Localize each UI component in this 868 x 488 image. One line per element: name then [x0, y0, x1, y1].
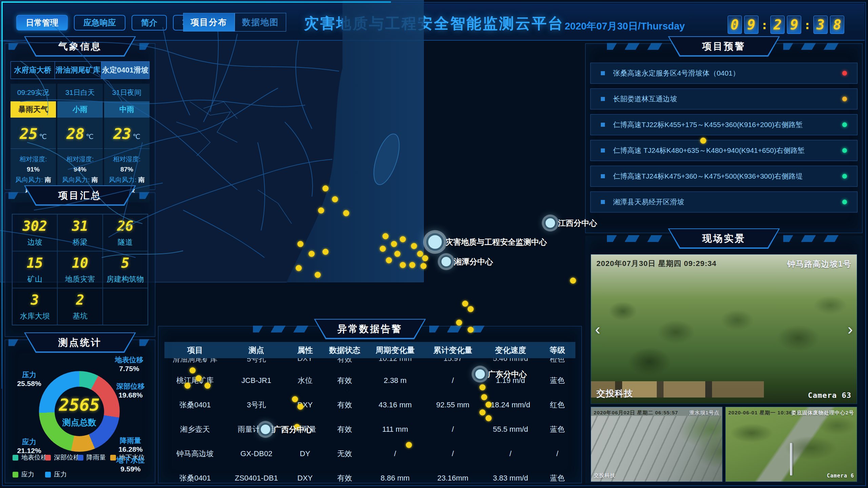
- thumb-camera-1[interactable]: 2020年06月02日 星期二 06:55:57 泄水坝1号点 交投科技: [591, 407, 723, 482]
- alarm-table[interactable]: 项目 测点 属性 数据状态 周期变化量 累计变化量 变化速度 等级 滑油洞尾矿库…: [164, 342, 575, 488]
- header-decoration: [783, 235, 841, 242]
- project-dot[interactable]: [422, 255, 424, 261]
- alarm-row[interactable]: 钟马高边坡GX-DB02DY无效////: [164, 442, 575, 466]
- warning-item[interactable]: 仁博高速TJ24标K475+360～K475+500(K936+300)右侧路堤: [590, 166, 857, 187]
- camera-name: 泄水坝1号点: [689, 410, 719, 416]
- project-dot[interactable]: [322, 249, 329, 255]
- project-dot[interactable]: [343, 210, 349, 216]
- segment-label-surface: 地表位移7.75%: [105, 355, 153, 373]
- header-decoration: [429, 326, 487, 332]
- status-dot-red: [842, 71, 847, 76]
- map-panel[interactable]: 项目分布 数据地图 江西分中心 灾害地质与工程安全监测中心 湘潭分中心 广东分中…: [0, 0, 424, 282]
- project-dot[interactable]: [400, 262, 406, 268]
- status-dot-green: [842, 200, 847, 204]
- project-dot[interactable]: [411, 243, 417, 249]
- alarm-row-partial[interactable]: 滑油洞尾矿库5号孔DXY有效10.12 mm15.975.46 mm/d橙色: [164, 358, 575, 368]
- header-decoration: [253, 326, 311, 332]
- status-dot-yellow: [842, 97, 847, 101]
- prev-camera-button[interactable]: ‹: [595, 321, 600, 337]
- warning-panel: 项目预警 张桑高速永定服务区4号滑坡体（0401） 长韶娄道林互通边坡 仁博高速…: [585, 43, 863, 233]
- col-rate: 变化速度: [482, 345, 539, 355]
- live-view-panel: 现场实景 2020年07月30日 星期四 09:29:34 钟马路高边坡1号 交…: [585, 236, 863, 483]
- project-dot[interactable]: [394, 251, 400, 257]
- alarm-panel: 异常数据告警 项目 测点 属性 数据状态 周期变化量 累计变化量 变化速度 等级…: [158, 326, 582, 483]
- alarm-row[interactable]: 张桑0401ZS0401-DB1DXY有效8.86 mm23.16mm3.83 …: [164, 466, 575, 488]
- camera-name: 娄底固体废物处理中心2号: [791, 410, 854, 416]
- project-dot[interactable]: [322, 185, 329, 191]
- camera-id: Camera 63: [808, 391, 851, 400]
- bullet-icon: [601, 200, 605, 204]
- map-tab-data-map[interactable]: 数据地图: [235, 13, 286, 32]
- legend-label: 深部位移: [54, 453, 80, 462]
- camera-name: 钟马路高边坡1号: [787, 259, 851, 269]
- segment-label-deep: 深部位移19.68%: [107, 382, 154, 400]
- camera-brand: 交投科技: [596, 388, 633, 400]
- col-attribute: 属性: [287, 345, 323, 355]
- alarm-row[interactable]: 张桑04013号孔DXY有效43.16 mm92.55 mm18.24 mm/d…: [164, 393, 575, 417]
- bullet-icon: [601, 71, 605, 75]
- alarm-row[interactable]: 湘乡壶天雨量计一号降雨量有效111 mm/55.5 mm/d蓝色: [164, 417, 575, 442]
- legend-item[interactable]: 应力: [13, 470, 45, 479]
- alarm-table-header: 项目 测点 属性 数据状态 周期变化量 累计变化量 变化速度 等级: [164, 342, 575, 358]
- warning-text: 仁博高速TJ22标K455+175～K455+360(K916+200)右侧路堑: [613, 120, 803, 129]
- project-dot[interactable]: [380, 246, 386, 252]
- legend-item[interactable]: 深部位移: [45, 453, 78, 462]
- main-camera-view[interactable]: 2020年07月30日 星期四 09:29:34 钟马路高边坡1号 交投科技 C…: [591, 254, 857, 404]
- legend-item[interactable]: 压力: [45, 470, 78, 479]
- camera-thumbnails: 2020年06月02日 星期二 06:55:57 泄水坝1号点 交投科技 202…: [591, 407, 857, 482]
- warning-panel-header: 项目预警: [586, 37, 862, 56]
- col-project: 项目: [164, 345, 226, 355]
- project-dot[interactable]: [309, 251, 315, 257]
- col-cumulative-change: 累计变化量: [424, 345, 481, 355]
- legend-swatch: [45, 455, 51, 461]
- warning-item[interactable]: 张桑高速永定服务区4号滑坡体（0401）: [590, 63, 857, 84]
- project-dot[interactable]: [400, 236, 406, 242]
- project-dot[interactable]: [296, 265, 302, 271]
- warning-text: 长韶娄道林互通边坡: [613, 94, 677, 104]
- project-dot[interactable]: [391, 241, 397, 247]
- warning-panel-title: 项目预警: [669, 37, 779, 56]
- project-dot[interactable]: [382, 233, 389, 239]
- warning-item[interactable]: 长韶娄道林互通边坡: [590, 88, 857, 109]
- col-point: 测点: [226, 345, 287, 355]
- bullet-icon: [601, 174, 605, 178]
- project-dot[interactable]: [386, 257, 392, 263]
- camera-brand: 交投科技: [594, 472, 615, 479]
- legend-swatch: [13, 455, 18, 461]
- camera-osd-datetime: 2020年07月30日 星期四 09:29:34: [596, 259, 716, 269]
- header-decoration: [783, 43, 841, 50]
- map-tabs: 项目分布 数据地图: [183, 13, 286, 32]
- warning-item[interactable]: 湘潭县天易经开区滑坡: [590, 191, 857, 212]
- project-dot[interactable]: [409, 262, 415, 268]
- warning-text: 仁博高速TJ24标K475+360～K475+500(K936+300)右侧路堤: [613, 171, 803, 181]
- segment-label-groundwater: 地下水位9.59%: [105, 456, 156, 474]
- col-status: 数据状态: [323, 345, 367, 355]
- bullet-icon: [601, 97, 605, 101]
- warning-text: 仁博高速 TJ24标K480+635～K480+940(K941+650)右侧路…: [613, 146, 805, 155]
- next-camera-button[interactable]: ›: [848, 321, 853, 337]
- project-dot[interactable]: [332, 196, 338, 202]
- warning-item[interactable]: 仁博高速 TJ24标K480+635～K480+940(K941+650)右侧路…: [590, 140, 857, 161]
- map-dots-layer: [0, 0, 424, 282]
- alarm-panel-header: 异常数据告警: [158, 320, 581, 339]
- points-total: 2565: [59, 395, 100, 415]
- header-decoration: [607, 43, 665, 50]
- bullet-icon: [601, 123, 605, 127]
- map-tab-project-distribution[interactable]: 项目分布: [183, 13, 235, 32]
- project-dot[interactable]: [318, 207, 324, 214]
- project-dot[interactable]: [417, 251, 423, 257]
- project-dot[interactable]: [315, 272, 321, 278]
- status-dot-green: [842, 122, 847, 127]
- thumb-camera-2[interactable]: 2020-06-01 星期一 10:36:41 娄底固体废物处理中心2号 Cam…: [725, 407, 857, 482]
- legend-label: 压力: [54, 470, 67, 479]
- status-dot-green: [842, 148, 847, 153]
- alarm-panel-title: 异常数据告警: [315, 320, 425, 339]
- warning-item[interactable]: 仁博高速TJ22标K455+175～K455+360(K916+200)右侧路堑: [590, 114, 857, 135]
- segment-label-pressure: 压力25.58%: [11, 370, 48, 388]
- status-dot-green: [842, 174, 847, 179]
- warning-list: 张桑高速永定服务区4号滑坡体（0401） 长韶娄道林互通边坡 仁博高速TJ22标…: [590, 63, 857, 212]
- header-decoration: [607, 235, 665, 242]
- project-dot[interactable]: [420, 263, 424, 269]
- points-total-label: 测点总数: [62, 417, 96, 428]
- project-dot[interactable]: [297, 241, 303, 247]
